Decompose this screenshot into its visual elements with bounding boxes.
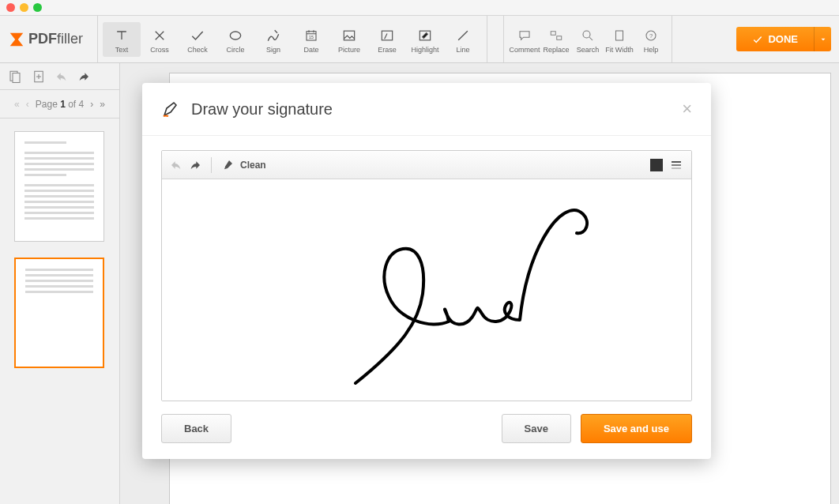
brush-icon[interactable] xyxy=(221,159,234,171)
check-icon xyxy=(190,25,205,46)
cross-icon xyxy=(152,25,167,46)
view-tools-group: Comment Replace Search Fit Width ? Help xyxy=(503,16,672,62)
svg-rect-9 xyxy=(616,31,623,40)
svg-rect-7 xyxy=(557,36,562,39)
check-icon xyxy=(752,34,763,45)
save-and-use-button[interactable]: Save and use xyxy=(581,414,692,443)
tool-highlight[interactable]: Highlight xyxy=(406,22,444,57)
tool-cross[interactable]: Cross xyxy=(141,22,179,57)
picture-icon xyxy=(341,25,357,46)
tool-date[interactable]: 15 Date xyxy=(292,22,330,57)
close-icon[interactable]: × xyxy=(682,99,692,119)
help-icon: ? xyxy=(644,25,658,46)
erase-icon xyxy=(379,25,395,46)
page-thumbnail[interactable] xyxy=(14,131,104,242)
page-last-icon[interactable]: » xyxy=(100,99,105,110)
svg-point-0 xyxy=(230,32,240,39)
search-icon xyxy=(581,25,595,46)
stroke-width-icon[interactable] xyxy=(669,159,683,171)
signature-canvas-container: Clean xyxy=(161,150,692,401)
signature-modal: Draw your signature × Clean xyxy=(142,83,711,459)
window-zoom-icon[interactable] xyxy=(33,3,42,12)
svg-rect-6 xyxy=(551,31,555,35)
tool-text[interactable]: Text xyxy=(103,22,141,57)
tool-help[interactable]: ? Help xyxy=(635,22,667,57)
modal-header: Draw your signature × xyxy=(142,83,711,136)
page-indicator: Page 1 of 4 xyxy=(36,99,84,110)
redo-icon[interactable] xyxy=(77,70,90,83)
tool-fitwidth[interactable]: Fit Width xyxy=(604,22,635,57)
signature-drawing xyxy=(245,187,608,393)
canvas-toolbar: Clean xyxy=(162,151,691,179)
page-next-icon[interactable]: › xyxy=(90,99,93,110)
brand-logo-text: PDFfiller xyxy=(8,31,83,48)
signature-draw-area[interactable] xyxy=(162,179,691,401)
add-page-icon[interactable] xyxy=(32,70,46,84)
save-button[interactable]: Save xyxy=(502,414,571,443)
calendar-icon: 15 xyxy=(304,25,318,46)
page-first-icon[interactable]: « xyxy=(14,99,20,110)
editing-tools-group: Text Cross Check Circle Sign 15 Date Pic… xyxy=(97,16,487,62)
svg-text:?: ? xyxy=(649,32,653,39)
line-icon xyxy=(455,25,471,46)
tool-erase[interactable]: Erase xyxy=(368,22,406,57)
tool-search[interactable]: Search xyxy=(572,22,604,57)
highlight-icon xyxy=(417,25,433,46)
undo-icon[interactable] xyxy=(170,159,182,171)
done-dropdown-toggle[interactable] xyxy=(814,27,831,51)
done-button-group: DONE xyxy=(736,27,831,51)
text-icon xyxy=(114,25,130,46)
color-swatch-icon[interactable] xyxy=(650,159,663,171)
page-prev-icon[interactable]: ‹ xyxy=(26,99,29,110)
clean-button[interactable]: Clean xyxy=(240,160,266,171)
pen-icon xyxy=(161,100,180,118)
pages-icon[interactable] xyxy=(8,70,22,84)
back-button[interactable]: Back xyxy=(161,414,231,443)
brand-logo-icon xyxy=(8,31,25,48)
thumbnail-panel xyxy=(0,118,120,504)
main-toolbar: PDFfiller Text Cross Check Circle Sign 1… xyxy=(0,16,839,63)
redo-icon[interactable] xyxy=(189,159,201,171)
svg-rect-4 xyxy=(382,31,392,40)
svg-point-8 xyxy=(583,31,590,38)
comment-icon xyxy=(517,25,532,46)
tool-comment[interactable]: Comment xyxy=(509,22,540,57)
done-button[interactable]: DONE xyxy=(736,27,814,51)
tool-picture[interactable]: Picture xyxy=(330,22,368,57)
svg-rect-3 xyxy=(344,31,354,40)
tool-sign[interactable]: Sign xyxy=(254,22,292,57)
undo-icon[interactable] xyxy=(55,70,68,83)
window-close-icon[interactable] xyxy=(6,3,15,12)
replace-icon xyxy=(549,25,563,46)
fit-width-icon xyxy=(612,25,626,46)
sign-icon xyxy=(265,25,281,46)
circle-icon xyxy=(228,25,243,46)
tool-replace[interactable]: Replace xyxy=(540,22,572,57)
sidebar-actions xyxy=(0,63,120,90)
modal-footer: Back Save Save and use xyxy=(161,414,692,443)
page-thumbnail-selected[interactable] xyxy=(14,258,104,368)
window-minimize-icon[interactable] xyxy=(20,3,28,12)
window-titlebar xyxy=(0,0,839,16)
modal-title: Draw your signature xyxy=(191,100,333,118)
page-navigator: « ‹ Page 1 of 4 › » xyxy=(0,90,120,118)
svg-text:15: 15 xyxy=(309,34,314,39)
tool-check[interactable]: Check xyxy=(179,22,216,57)
chevron-down-icon xyxy=(819,36,827,43)
svg-rect-13 xyxy=(13,73,20,82)
tool-circle[interactable]: Circle xyxy=(216,22,254,57)
tool-line[interactable]: Line xyxy=(444,22,482,57)
